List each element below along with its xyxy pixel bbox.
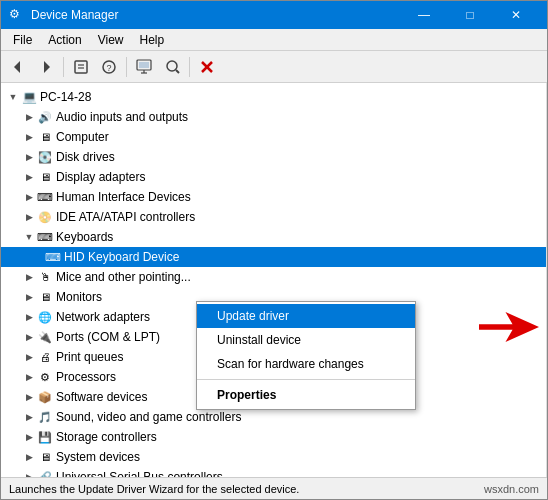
arrow-svg bbox=[479, 310, 539, 344]
chip-icon bbox=[37, 129, 53, 145]
ide-icon bbox=[37, 209, 53, 225]
system-expander[interactable]: ▶ bbox=[21, 449, 37, 465]
ctx-update-driver[interactable]: Update driver bbox=[197, 304, 415, 328]
red-arrow-indicator bbox=[479, 309, 539, 345]
list-item[interactable]: ▼ Keyboards bbox=[1, 227, 546, 247]
monitor-icon bbox=[37, 289, 53, 305]
network-expander[interactable]: ▶ bbox=[21, 309, 37, 325]
audio-icon bbox=[37, 109, 53, 125]
software-icon bbox=[37, 389, 53, 405]
ctx-separator bbox=[197, 379, 415, 380]
hid-label: Human Interface Devices bbox=[56, 190, 538, 204]
minimize-button[interactable]: — bbox=[401, 1, 447, 29]
window-controls: — □ ✕ bbox=[401, 1, 539, 29]
print-expander[interactable]: ▶ bbox=[21, 349, 37, 365]
hid-icon bbox=[37, 189, 53, 205]
sound-label: Sound, video and game controllers bbox=[56, 410, 538, 424]
network-icon bbox=[37, 309, 53, 325]
sound-icon bbox=[37, 409, 53, 425]
tb-scan2-button[interactable] bbox=[159, 55, 185, 79]
forward-icon bbox=[38, 59, 54, 75]
list-item[interactable]: ▶ Storage controllers bbox=[1, 427, 546, 447]
hid-keyboard-expander bbox=[37, 249, 45, 265]
menu-help[interactable]: Help bbox=[132, 31, 173, 49]
list-item[interactable]: ▶ Disk drives bbox=[1, 147, 546, 167]
tb-scan-button[interactable] bbox=[131, 55, 157, 79]
svg-point-11 bbox=[167, 61, 177, 71]
audio-expander[interactable]: ▶ bbox=[21, 109, 37, 125]
list-item[interactable]: ▶ System devices bbox=[1, 447, 546, 467]
storage-expander[interactable]: ▶ bbox=[21, 429, 37, 445]
list-item[interactable]: ▶ Display adapters bbox=[1, 167, 546, 187]
ctx-scan-hardware[interactable]: Scan for hardware changes bbox=[197, 352, 415, 376]
mice-label: Mice and other pointing... bbox=[56, 270, 538, 284]
keyboard-label: Keyboards bbox=[56, 230, 538, 244]
status-text: Launches the Update Driver Wizard for th… bbox=[9, 483, 484, 495]
display-expander[interactable]: ▶ bbox=[21, 169, 37, 185]
root-label: PC-14-28 bbox=[40, 90, 538, 104]
device-manager-window: ⚙ Device Manager — □ ✕ File Action View … bbox=[0, 0, 548, 500]
ports-icon bbox=[37, 329, 53, 345]
mice-expander[interactable]: ▶ bbox=[21, 269, 37, 285]
disk-icon bbox=[37, 149, 53, 165]
list-item[interactable]: ▶ Universal Serial Bus controllers bbox=[1, 467, 546, 477]
menu-bar: File Action View Help bbox=[1, 29, 547, 51]
toolbar-separator-2 bbox=[126, 57, 127, 77]
list-item[interactable]: ▶ Human Interface Devices bbox=[1, 187, 546, 207]
toolbar-separator-1 bbox=[63, 57, 64, 77]
maximize-button[interactable]: □ bbox=[447, 1, 493, 29]
keyboard-expander[interactable]: ▼ bbox=[21, 229, 37, 245]
back-button[interactable] bbox=[5, 55, 31, 79]
device-tree[interactable]: ▼ PC-14-28 ▶ Audio inputs and outputs ▶ … bbox=[1, 83, 547, 477]
ctx-uninstall-device[interactable]: Uninstall device bbox=[197, 328, 415, 352]
svg-marker-0 bbox=[14, 61, 20, 73]
tb-properties-button[interactable] bbox=[68, 55, 94, 79]
menu-file[interactable]: File bbox=[5, 31, 40, 49]
keyboard-icon bbox=[37, 229, 53, 245]
list-item[interactable]: ▶ IDE ATA/ATAPI controllers bbox=[1, 207, 546, 227]
ports-expander[interactable]: ▶ bbox=[21, 329, 37, 345]
toolbar-separator-3 bbox=[189, 57, 190, 77]
root-expander[interactable]: ▼ bbox=[5, 89, 21, 105]
storage-label: Storage controllers bbox=[56, 430, 538, 444]
usb-label: Universal Serial Bus controllers bbox=[56, 470, 538, 477]
display-icon bbox=[37, 169, 53, 185]
disk-expander[interactable]: ▶ bbox=[21, 149, 37, 165]
list-item[interactable]: ▶ Computer bbox=[1, 127, 546, 147]
list-item[interactable]: ▶ Audio inputs and outputs bbox=[1, 107, 546, 127]
display-label: Display adapters bbox=[56, 170, 538, 184]
main-content: ▼ PC-14-28 ▶ Audio inputs and outputs ▶ … bbox=[1, 83, 547, 477]
usb-expander[interactable]: ▶ bbox=[21, 469, 37, 477]
ide-expander[interactable]: ▶ bbox=[21, 209, 37, 225]
monitor-expander[interactable]: ▶ bbox=[21, 289, 37, 305]
scan-icon bbox=[136, 59, 152, 75]
help-icon: ? bbox=[101, 59, 117, 75]
hid-keyboard-label: HID Keyboard Device bbox=[64, 250, 546, 264]
processor-expander[interactable]: ▶ bbox=[21, 369, 37, 385]
software-expander[interactable]: ▶ bbox=[21, 389, 37, 405]
toolbar: ? bbox=[1, 51, 547, 83]
disk-label: Disk drives bbox=[56, 150, 538, 164]
tree-root[interactable]: ▼ PC-14-28 bbox=[1, 87, 546, 107]
computer-expander[interactable]: ▶ bbox=[21, 129, 37, 145]
menu-view[interactable]: View bbox=[90, 31, 132, 49]
svg-line-12 bbox=[176, 70, 179, 73]
menu-action[interactable]: Action bbox=[40, 31, 89, 49]
list-item[interactable]: ▶ Sound, video and game controllers bbox=[1, 407, 546, 427]
tb-help-button[interactable]: ? bbox=[96, 55, 122, 79]
mouse-icon bbox=[37, 269, 53, 285]
computer-label: Computer bbox=[56, 130, 538, 144]
hid-keyboard-icon bbox=[45, 249, 61, 265]
svg-rect-2 bbox=[75, 61, 87, 73]
hid-expander[interactable]: ▶ bbox=[21, 189, 37, 205]
close-button[interactable]: ✕ bbox=[493, 1, 539, 29]
audio-label: Audio inputs and outputs bbox=[56, 110, 538, 124]
tb-delete-button[interactable] bbox=[194, 55, 220, 79]
hid-keyboard-item[interactable]: HID Keyboard Device bbox=[1, 247, 546, 267]
ctx-properties[interactable]: Properties bbox=[197, 383, 415, 407]
forward-button[interactable] bbox=[33, 55, 59, 79]
sound-expander[interactable]: ▶ bbox=[21, 409, 37, 425]
print-icon bbox=[37, 349, 53, 365]
svg-text:?: ? bbox=[106, 63, 111, 73]
list-item[interactable]: ▶ Mice and other pointing... bbox=[1, 267, 546, 287]
